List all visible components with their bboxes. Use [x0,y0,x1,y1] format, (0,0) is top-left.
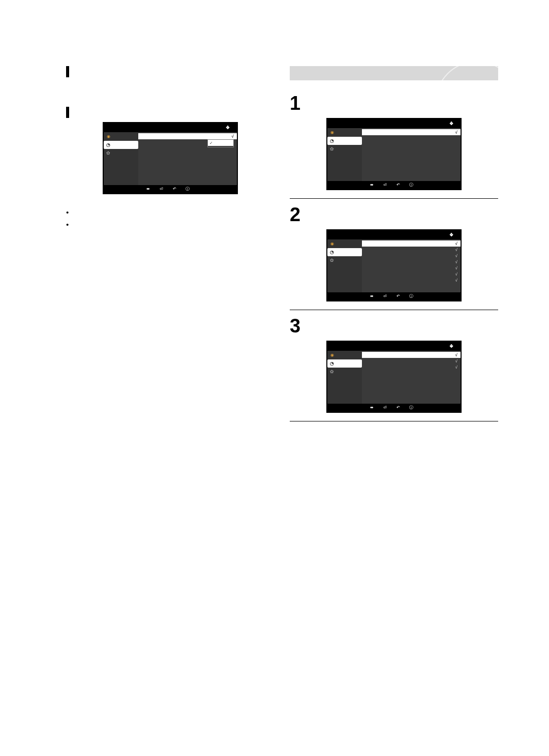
right-column: 1 ❖ ◉ ◔ ✿ √ ⬌ ⏎ ↶ ⓘ [290,66,498,428]
step-1: 1 [290,94,498,113]
diamond-icon: ❖ [226,125,230,130]
tv-aspect-heading [66,66,274,77]
step-number: 1 [290,94,308,113]
osd-main-menu: ❖ ◉ ◔ ✿ √ ⬌ ⏎ ↶ ⓘ [326,118,462,190]
heading-mark-icon [66,107,69,118]
gear-icon: ✿ [106,150,111,156]
disc-bg-icon [435,66,498,80]
check-icon [209,140,213,145]
noise-reduction-heading [66,107,274,118]
diamond-icon: ❖ [449,121,453,126]
page-title-block [290,66,498,80]
gear-icon: ✿ [329,258,334,263]
left-column: ❖ ◉ ◔ ✿ √ [66,66,274,428]
disc-icon: ◔ [329,250,334,255]
osd-noise-reduction: ❖ ◉ ◔ ✿ √ [103,122,238,194]
disc-icon: ◔ [329,138,334,143]
disc-icon: ◔ [106,142,111,147]
gear-icon: ✿ [329,146,334,152]
gear-icon: ✿ [329,369,334,374]
disc-icon: ◔ [329,361,334,366]
osd-side-programme: ◔ [104,141,138,149]
divider [290,421,498,421]
diamond-icon: ❖ [449,232,453,237]
heading-mark-icon [66,66,69,77]
osd-setup-menu: ❖ ◉ ◔ ✿ √ √ √ √ √ √ √ ⬌ ⏎ [326,229,462,301]
osd-video-menu: ❖ ◉ ◔ ✿ √ √ √ ⬌ ⏎ ↶ ⓘ [326,341,462,413]
diamond-icon: ❖ [449,344,453,349]
divider [290,198,498,199]
step-number: 3 [290,316,308,336]
divider [290,310,498,310]
step-3: 3 [290,316,498,336]
step-2: 2 [290,205,498,224]
bullet-off: • [66,207,274,218]
osd-side-setup: ✿ [104,149,138,157]
step-number: 2 [290,205,308,224]
bullet-on: • [66,220,274,230]
